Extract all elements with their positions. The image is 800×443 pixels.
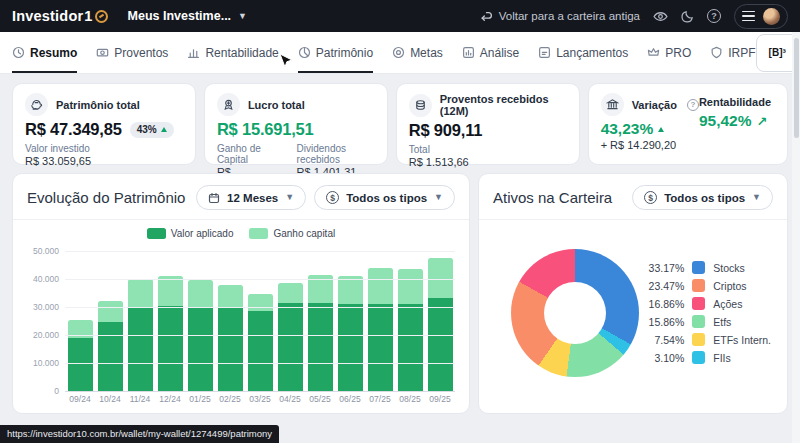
logo-ten-icon	[95, 10, 108, 23]
brand-text: Investidor	[12, 8, 83, 24]
legend-swatch	[147, 228, 166, 239]
bar-10-24[interactable]	[98, 251, 123, 391]
up-arrow-icon	[161, 127, 167, 132]
bar-11-24[interactable]	[128, 251, 153, 391]
bar-09-25[interactable]	[428, 251, 453, 391]
eye-icon[interactable]	[653, 9, 668, 24]
x-tick-label: 03/25	[245, 394, 275, 407]
y-tick-label: 50.000	[33, 246, 59, 256]
back-link-label: Voltar para a carteira antiga	[499, 10, 640, 22]
y-tick-label: 20.000	[33, 330, 59, 340]
crown-icon	[647, 46, 660, 59]
assets-panel-title: Ativos na Carteira	[493, 189, 612, 206]
back-to-old-wallet-link[interactable]: Voltar para a carteira antiga	[480, 10, 640, 23]
legend-swatch	[692, 315, 705, 328]
patrimony-evolution-panel: Evolução do Patrimônio 12 Meses ▼ $ Todo…	[12, 173, 470, 414]
scrollbar-thumb[interactable]	[794, 38, 799, 138]
assets-type-filter-dropdown[interactable]: $ Todos os tipos ▼	[632, 185, 773, 210]
tab-metas[interactable]: Metas	[392, 32, 443, 73]
variacao-amount: + R$ 14.290,20	[601, 139, 699, 151]
legend-item-valor-aplicado[interactable]: Valor aplicado	[147, 228, 234, 239]
legend-swatch	[692, 279, 705, 292]
plot-area	[65, 251, 455, 391]
tab-irpf[interactable]: IRPF	[710, 32, 755, 73]
valor-investido-value: R$ 33.059,65	[25, 155, 183, 167]
x-tick-label: 09/24	[65, 394, 95, 407]
tax-icon	[710, 46, 723, 59]
portfolio-assets-panel: Ativos na Carteira $ Todos os tipos ▼ 33…	[478, 173, 788, 414]
variacao-value-row: 43,23%	[601, 120, 699, 138]
bar-07-25[interactable]	[368, 251, 393, 391]
bar-04-25[interactable]	[278, 251, 303, 391]
x-tick-label: 11/24	[125, 394, 155, 407]
type-filter-label: Todos os tipos	[346, 192, 427, 204]
x-tick-label: 01/25	[185, 394, 215, 407]
bar-05-25[interactable]	[308, 251, 333, 391]
x-tick-label: 04/25	[275, 394, 305, 407]
profit-medal-icon	[217, 93, 240, 116]
chevron-down-icon: ▼	[285, 193, 294, 202]
divider	[13, 219, 469, 220]
bar-08-25[interactable]	[398, 251, 423, 391]
card-proventos-12m: Proventos recebidos (12M) R$ 909,11 Tota…	[396, 83, 580, 165]
x-tick-label: 06/25	[335, 394, 365, 407]
card-title: Lucro total	[248, 99, 305, 111]
x-axis: 09/2410/2411/2412/2401/2502/2503/2504/25…	[65, 394, 455, 407]
patrimonio-total-value: R$ 47.349,85	[25, 120, 122, 139]
chevron-down-icon: ▼	[238, 12, 247, 21]
donut-legend-etfs-intern.[interactable]: 7.54%ETFs Intern.	[644, 333, 771, 346]
info-icon[interactable]: ?	[687, 99, 699, 111]
coins-stack-icon	[409, 94, 432, 117]
summary-cards: Patrimônio total R$ 47.349,85 43% Valor …	[12, 83, 788, 165]
account-menu[interactable]	[734, 4, 788, 29]
tab-patrimonio[interactable]: Patrimônio	[298, 32, 373, 73]
x-tick-label: 07/25	[365, 394, 395, 407]
chevron-down-icon: ▼	[752, 193, 761, 202]
donut-legend-stocks[interactable]: 33.17%Stocks	[644, 261, 771, 274]
tab-resumo[interactable]: Resumo	[12, 32, 77, 73]
app-logo[interactable]: Investidor1	[12, 8, 108, 24]
trend-up-arrow-icon: ↗	[756, 114, 767, 129]
patrimonio-variation-badge: 43%	[130, 122, 174, 138]
donut-legend: 33.17%Stocks23.47%Criptos16.86%Ações15.8…	[644, 261, 771, 364]
bar-03-25[interactable]	[248, 251, 273, 391]
donut-legend-acoes[interactable]: 16.86%Ações	[644, 297, 771, 310]
legend-item-ganho-capital[interactable]: Ganho capital	[249, 228, 335, 239]
bar-01-25[interactable]	[188, 251, 213, 391]
proventos-total-value: R$ 1.513,66	[409, 156, 567, 168]
x-tick-label: 02/25	[215, 394, 245, 407]
x-tick-label: 10/24	[95, 394, 125, 407]
donut-legend-criptos[interactable]: 23.47%Criptos	[644, 279, 771, 292]
card-variacao-rentabilidade: Variação ? 43,23% + R$ 14.290,20 Rentabi…	[588, 83, 788, 165]
section-navbar: ResumoProventosRentabilidadePatrimônioMe…	[0, 32, 800, 74]
x-tick-label: 09/25	[425, 394, 455, 407]
menu-icon	[742, 11, 755, 22]
tab-lancamentos[interactable]: Lançamentos	[538, 32, 628, 73]
dollar-icon: $	[326, 191, 339, 204]
analysis-icon	[462, 46, 475, 59]
tab-pro[interactable]: PRO	[647, 32, 691, 73]
bar-06-25[interactable]	[338, 251, 363, 391]
ganho-capital-label: Ganho de Capital	[217, 143, 281, 165]
bar-chart-legend: Valor aplicadoGanho capital	[13, 228, 469, 239]
period-filter-dropdown[interactable]: 12 Meses ▼	[196, 185, 306, 210]
up-arrow-icon	[658, 127, 664, 132]
assets-donut-chart[interactable]	[511, 249, 639, 377]
donut-legend-fiis[interactable]: 3.10%FIIs	[644, 351, 771, 364]
tab-rentabilidade[interactable]: Rentabilidade	[187, 32, 278, 73]
bar-09-24[interactable]	[68, 251, 93, 391]
dark-mode-moon-icon[interactable]	[681, 10, 694, 23]
tab-proventos[interactable]: Proventos	[96, 32, 168, 73]
help-icon[interactable]: ?	[707, 9, 721, 23]
wallet-selector[interactable]: Meus Investime... ▼	[128, 9, 247, 23]
bar-02-25[interactable]	[218, 251, 243, 391]
variacao-title: Variação	[632, 99, 677, 111]
profitability-icon	[187, 46, 200, 59]
type-filter-dropdown[interactable]: $ Todos os tipos ▼	[314, 185, 455, 210]
bar-12-24[interactable]	[158, 251, 183, 391]
evolution-panel-title: Evolução do Patrimônio	[27, 189, 185, 206]
tab-analise[interactable]: Análise	[462, 32, 519, 73]
donut-legend-etfs[interactable]: 15.86%Etfs	[644, 315, 771, 328]
card-title: Patrimônio total	[56, 99, 140, 111]
legend-swatch	[692, 261, 705, 274]
